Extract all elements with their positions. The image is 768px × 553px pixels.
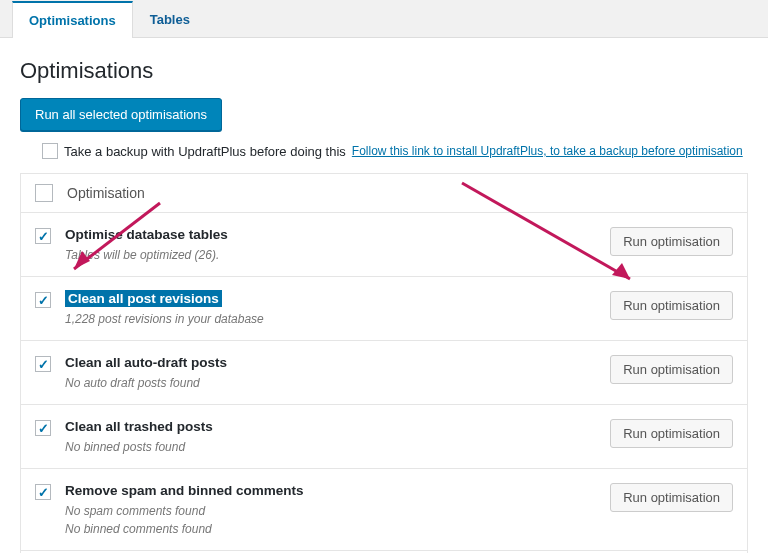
row-checkbox[interactable] <box>35 292 51 308</box>
row-desc: No binned comments found <box>65 522 596 536</box>
backup-row: Take a backup with UpdraftPlus before do… <box>42 143 748 159</box>
table-header-row: Optimisation <box>21 174 747 213</box>
row-title: Optimise database tables <box>65 227 596 242</box>
page-title: Optimisations <box>20 58 748 84</box>
select-all-checkbox[interactable] <box>35 184 53 202</box>
table-row: Clean all trashed posts No binned posts … <box>21 405 747 469</box>
row-checkbox[interactable] <box>35 356 51 372</box>
row-title: Clean all auto-draft posts <box>65 355 596 370</box>
table-row: Clean all auto-draft posts No auto draft… <box>21 341 747 405</box>
run-optimisation-button[interactable]: Run optimisation <box>610 355 733 384</box>
optimisation-table: Optimisation Optimise database tables Ta… <box>20 173 748 553</box>
row-title: Clean all post revisions <box>65 290 222 307</box>
table-header-label: Optimisation <box>67 185 145 201</box>
row-title: Remove spam and binned comments <box>65 483 596 498</box>
row-desc: No binned posts found <box>65 440 596 454</box>
backup-checkbox[interactable] <box>42 143 58 159</box>
backup-install-link[interactable]: Follow this link to install UpdraftPlus,… <box>352 144 743 158</box>
table-row: Optimise database tables Tables will be … <box>21 213 747 277</box>
tab-optimisations[interactable]: Optimisations <box>12 1 133 38</box>
table-row: Remove spam and binned comments No spam … <box>21 469 747 551</box>
backup-label: Take a backup with UpdraftPlus before do… <box>64 144 346 159</box>
row-desc: No spam comments found <box>65 504 596 518</box>
run-optimisation-button[interactable]: Run optimisation <box>610 419 733 448</box>
table-row: Clean all post revisions 1,228 post revi… <box>21 277 747 341</box>
run-optimisation-button[interactable]: Run optimisation <box>610 291 733 320</box>
tab-tables[interactable]: Tables <box>133 1 207 38</box>
run-optimisation-button[interactable]: Run optimisation <box>610 483 733 512</box>
row-checkbox[interactable] <box>35 420 51 436</box>
row-checkbox[interactable] <box>35 228 51 244</box>
run-optimisation-button[interactable]: Run optimisation <box>610 227 733 256</box>
run-all-button[interactable]: Run all selected optimisations <box>20 98 222 131</box>
row-checkbox[interactable] <box>35 484 51 500</box>
row-desc: 1,228 post revisions in your database <box>65 312 596 326</box>
tab-bar: Optimisations Tables <box>0 0 768 38</box>
row-desc: No auto draft posts found <box>65 376 596 390</box>
row-title: Clean all trashed posts <box>65 419 596 434</box>
row-desc: Tables will be optimized (26). <box>65 248 596 262</box>
